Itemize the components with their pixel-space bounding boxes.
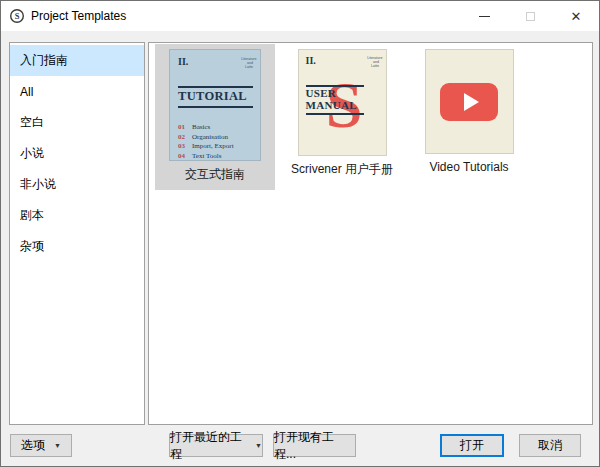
window-title: Project Templates xyxy=(31,9,126,23)
close-icon: ✕ xyxy=(571,10,582,23)
play-triangle-icon xyxy=(464,93,479,111)
template-label: Scrivener 用户手册 xyxy=(291,162,393,177)
open-button[interactable]: 打开 xyxy=(440,434,504,457)
tutorial-cover-title: TUTORIAL xyxy=(178,86,253,108)
template-interactive-tutorial[interactable]: II. Literature and Latte TUTORIAL 01Basi… xyxy=(155,44,275,190)
sidebar-item-all[interactable]: All xyxy=(10,76,144,107)
sidebar-item-fiction[interactable]: 小说 xyxy=(10,138,144,169)
template-video-tutorials[interactable]: Video Tutorials xyxy=(409,44,529,190)
sidebar-item-misc[interactable]: 杂项 xyxy=(10,231,144,262)
open-existing-project-button[interactable]: 打开现有工程... xyxy=(273,434,356,457)
tutorial-cover-thumbnail: II. Literature and Latte TUTORIAL 01Basi… xyxy=(169,49,261,161)
titlebar[interactable]: S Project Templates ✕ xyxy=(1,1,599,31)
toc-num: 03 xyxy=(178,142,192,152)
manual-cover-thumbnail: II. Literature and Latte USER MANUAL S xyxy=(298,49,387,156)
tutorial-toc: 01Basics 02Organisation 03Import, Export… xyxy=(178,123,253,161)
sidebar-item-scriptwriting[interactable]: 剧本 xyxy=(10,200,144,231)
scrivener-logo-icon: S xyxy=(9,8,25,24)
template-label: 交互式指南 xyxy=(185,167,245,182)
sidebar-item-blank[interactable]: 空白 xyxy=(10,107,144,138)
toc-text: Organisation xyxy=(192,133,228,143)
toc-text: Import, Export xyxy=(192,142,234,152)
chevron-down-icon: ▼ xyxy=(54,442,61,449)
literature-latte-logo: II. xyxy=(306,56,316,66)
toc-text: Basics xyxy=(192,123,210,133)
sidebar-item-nonfiction[interactable]: 非小说 xyxy=(10,169,144,200)
toc-num: 04 xyxy=(178,152,192,161)
chevron-down-icon: ▼ xyxy=(255,442,262,449)
manual-cover-title: USER MANUAL xyxy=(306,85,364,115)
template-panel: II. Literature and Latte TUTORIAL 01Basi… xyxy=(148,42,593,425)
options-button[interactable]: 选项 ▼ xyxy=(10,434,72,457)
youtube-play-icon xyxy=(440,83,498,121)
toc-num: 01 xyxy=(178,123,192,133)
toc-num: 02 xyxy=(178,133,192,143)
cancel-button[interactable]: 取消 xyxy=(519,434,581,457)
minimize-button[interactable] xyxy=(461,1,507,31)
close-button[interactable]: ✕ xyxy=(553,1,599,31)
literature-latte-logo: II. xyxy=(178,57,188,67)
publisher-text: Literature and Latte xyxy=(367,56,379,68)
maximize-button[interactable] xyxy=(507,1,553,31)
publisher-text: Literature and Latte xyxy=(241,57,253,69)
maximize-icon xyxy=(526,12,535,21)
open-recent-project-button[interactable]: 打开最近的工程 ▼ xyxy=(169,434,263,457)
svg-text:S: S xyxy=(15,11,20,21)
video-cover-thumbnail xyxy=(425,49,514,154)
minimize-icon xyxy=(479,16,490,17)
template-user-manual[interactable]: II. Literature and Latte USER MANUAL S S… xyxy=(282,44,402,190)
template-label: Video Tutorials xyxy=(429,160,508,175)
category-list: 入门指南 All 空白 小说 非小说 剧本 杂项 xyxy=(9,42,145,425)
toc-text: Text Tools xyxy=(192,152,221,161)
sidebar-item-getting-started[interactable]: 入门指南 xyxy=(10,45,144,76)
project-templates-dialog: S Project Templates ✕ 入门指南 All 空白 小说 非小说… xyxy=(0,0,600,467)
template-grid: II. Literature and Latte TUTORIAL 01Basi… xyxy=(155,44,529,190)
